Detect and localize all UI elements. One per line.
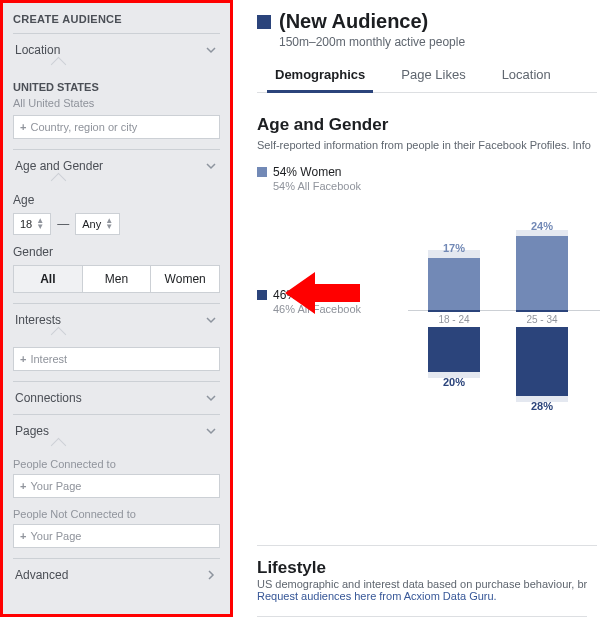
tab-demographics[interactable]: Demographics — [257, 59, 383, 92]
legend-women: 54% Women 54% All Facebook — [257, 165, 600, 192]
age-from-value: 18 — [20, 218, 32, 230]
chart-col-18-24: 17% 20% 18 - 24 — [418, 200, 490, 430]
chart-cat-25-34: 25 - 34 — [506, 312, 578, 327]
pages-connected-label: People Connected to — [13, 458, 220, 470]
arrow-annotation-icon — [285, 272, 360, 314]
legend-women-pct: 54% Women — [273, 165, 361, 179]
panel-title: CREATE AUDIENCE — [13, 9, 220, 33]
section-pages-label: Pages — [15, 424, 49, 438]
location-country-sub: All United States — [13, 97, 220, 109]
age-dash: — — [57, 217, 69, 231]
legend-men-swatch — [257, 290, 267, 300]
age-gender-chart: 17% 20% 18 - 24 24% 28% 25 - 34 — [408, 200, 600, 430]
audience-color-swatch — [257, 15, 271, 29]
chart-cat-18-24: 18 - 24 — [418, 312, 490, 327]
chevron-down-icon — [204, 391, 218, 405]
pages-not-connected-placeholder: Your Page — [30, 530, 81, 542]
pages-not-connected-input[interactable]: + Your Page — [13, 524, 220, 548]
page-subtitle: 150m–200m monthly active people — [279, 35, 600, 49]
gender-all-button[interactable]: All — [14, 266, 83, 292]
sort-icon: ▲▼ — [36, 218, 44, 230]
tab-location[interactable]: Location — [484, 59, 569, 92]
plus-icon: + — [20, 121, 26, 133]
lifestyle-link[interactable]: Request audiences here from Acxiom Data … — [257, 590, 597, 602]
bar-women-18-24-label: 17% — [418, 242, 490, 254]
section-pages[interactable]: Pages — [13, 414, 220, 447]
section-location-label: Location — [15, 43, 60, 57]
chevron-right-icon — [204, 568, 218, 582]
pages-not-connected-label: People Not Connected to — [13, 508, 220, 520]
tab-page-likes[interactable]: Page Likes — [383, 59, 483, 92]
section-age-gender[interactable]: Age and Gender — [13, 149, 220, 182]
age-gender-heading: Age and Gender — [257, 115, 600, 135]
pages-connected-placeholder: Your Page — [30, 480, 81, 492]
age-label: Age — [13, 193, 220, 207]
bar-men-25-34-label: 28% — [506, 400, 578, 412]
chevron-down-icon — [204, 159, 218, 173]
age-from-select[interactable]: 18 ▲▼ — [13, 213, 51, 235]
plus-icon: + — [20, 480, 26, 492]
gender-women-button[interactable]: Women — [151, 266, 219, 292]
bar-women-18-24 — [428, 258, 480, 310]
section-interests-label: Interests — [15, 313, 61, 327]
location-country-label: UNITED STATES — [13, 81, 220, 93]
interests-input[interactable]: + Interest — [13, 347, 220, 371]
location-placeholder: Country, region or city — [30, 121, 137, 133]
pages-connected-input[interactable]: + Your Page — [13, 474, 220, 498]
legend-women-note: 54% All Facebook — [273, 180, 361, 192]
section-age-gender-label: Age and Gender — [15, 159, 103, 173]
section-connections[interactable]: Connections — [13, 381, 220, 414]
svg-marker-0 — [285, 272, 360, 314]
gender-men-button[interactable]: Men — [83, 266, 152, 292]
bar-women-25-34-label: 24% — [506, 220, 578, 232]
age-to-value: Any — [82, 218, 101, 230]
interests-placeholder: Interest — [30, 353, 67, 365]
legend-women-swatch — [257, 167, 267, 177]
lifestyle-sub: US demographic and interest data based o… — [257, 578, 597, 590]
plus-icon: + — [20, 353, 26, 365]
create-audience-panel: CREATE AUDIENCE Location UNITED STATES A… — [0, 0, 233, 617]
chart-col-25-34: 24% 28% 25 - 34 — [506, 200, 578, 430]
gender-toggle: All Men Women — [13, 265, 220, 293]
tab-bar: Demographics Page Likes Location — [257, 59, 597, 93]
age-to-select[interactable]: Any ▲▼ — [75, 213, 120, 235]
section-advanced-label: Advanced — [15, 568, 68, 582]
section-interests[interactable]: Interests — [13, 303, 220, 336]
section-advanced[interactable]: Advanced — [13, 558, 220, 591]
chevron-down-icon — [204, 43, 218, 57]
gender-label: Gender — [13, 245, 220, 259]
chevron-down-icon — [204, 313, 218, 327]
section-connections-label: Connections — [15, 391, 82, 405]
location-input[interactable]: + Country, region or city — [13, 115, 220, 139]
lifestyle-heading: Lifestyle — [257, 558, 597, 578]
age-gender-sub: Self-reported information from people in… — [257, 139, 600, 151]
lifestyle-section: Lifestyle US demographic and interest da… — [257, 545, 597, 617]
bar-men-18-24-label: 20% — [418, 376, 490, 388]
plus-icon: + — [20, 530, 26, 542]
bar-women-25-34 — [516, 236, 568, 310]
sort-icon: ▲▼ — [105, 218, 113, 230]
chevron-down-icon — [204, 424, 218, 438]
page-title: (New Audience) — [279, 10, 428, 33]
section-location[interactable]: Location — [13, 33, 220, 66]
